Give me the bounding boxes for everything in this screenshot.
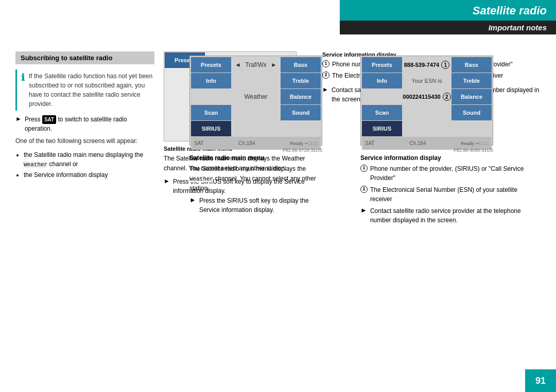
header: Satellite radio Important notes [340, 0, 556, 46]
s2-center-top: 888-539-7474 1 [403, 57, 451, 73]
header-subtitle: Important notes [340, 21, 556, 34]
s1-sound[interactable]: Sound [281, 105, 321, 120]
s2-esn-row: 000224115430 2 [403, 89, 451, 104]
s2-phone-row: 888-539-7474 1 [404, 61, 450, 69]
bullet-item-1: the Satellite radio main menu displaying… [24, 150, 154, 169]
press-text: Press SAT to switch to satellite radio o… [25, 115, 154, 133]
s2-your-esn: Your ESN is [403, 73, 451, 88]
s2-empty1 [362, 89, 402, 104]
s2-center-row5 [403, 121, 451, 136]
s1-center-row4 [232, 105, 280, 120]
s1-treble[interactable]: Treble [281, 73, 321, 88]
s2-bass[interactable]: Bass [451, 57, 492, 73]
s1-center-row5 [232, 121, 280, 136]
page-number: 91 [525, 369, 556, 392]
arrow-symbol: ► [15, 115, 22, 133]
r-circle-2: 2 [360, 186, 368, 193]
s1-empty2 [281, 121, 321, 136]
right-text-area: Service information display 1 Phone numb… [360, 154, 525, 225]
s2-ready-area: Ready ▪▪□□□ [461, 140, 489, 146]
s2-sound[interactable]: Sound [451, 105, 492, 120]
s2-ch: Ch.184 [409, 140, 426, 146]
right-arrow: ► [360, 206, 367, 225]
info-block: ℹ If the Satellite radio function has no… [15, 69, 154, 111]
mid-screen-label: Satellite radio main menu [189, 154, 322, 162]
s1-weather: Weather [232, 89, 280, 104]
s2-center-row4 [403, 105, 451, 120]
s1-traf: Traf/Wx [245, 61, 267, 68]
bullet-item-2: the Service information display [24, 170, 154, 180]
sat-badge: SAT [42, 115, 56, 124]
s2-phone: 888-539-7474 [404, 62, 440, 68]
mid-press-sirius: ► Press the SIRIUS soft key to display t… [189, 196, 322, 215]
s2-sat: SAT [365, 140, 375, 146]
radio-screen-2: Presets 888-539-7474 1 Bass Info Your ES… [360, 56, 493, 146]
s1-ready: Ready [290, 141, 303, 146]
s1-left-arrow: ◄ [235, 61, 241, 68]
s1-sat: SAT [194, 140, 204, 146]
right-list-1: 1 Phone number of the provider, (SIRIUS)… [360, 164, 525, 183]
info-icon: ℹ [21, 72, 25, 109]
mid-press-sirius-text: Press the SIRIUS soft key to display the… [199, 196, 322, 215]
s2-circle1: 1 [441, 61, 449, 69]
bullet-list: the Satellite radio main menu displaying… [24, 150, 154, 180]
s1-center-row2 [232, 73, 280, 88]
s1-info[interactable]: Info [191, 73, 231, 88]
s1-sirius[interactable]: SIRIUS [191, 121, 231, 136]
s2-ready: Ready [461, 141, 474, 146]
s1-bass[interactable]: Bass [281, 57, 321, 73]
press-instruction: ► Press SAT to switch to satellite radio… [15, 115, 154, 133]
s1-ch: Ch.184 [238, 140, 255, 146]
circle-1: 1 [322, 60, 329, 67]
s2-circle2: 2 [443, 93, 451, 101]
s1-presets[interactable]: Presets [191, 57, 231, 73]
appear-text: One of the two following screens will ap… [15, 136, 154, 146]
s2-treble[interactable]: Treble [451, 73, 492, 88]
radio-screen-1: Presets ◄ Traf/Wx ► Bass Info Treble Wea… [189, 56, 322, 146]
s1-empty1 [191, 89, 231, 104]
s1-center-row1: ◄ Traf/Wx ► [232, 57, 280, 73]
info-description: If the Satellite radio function has not … [29, 72, 154, 109]
s2-info[interactable]: Info [362, 73, 402, 88]
mid-text-area: Satellite radio main menu The Satellite … [189, 154, 322, 215]
mid-desc1: The Satellite radio main menu displays t… [189, 164, 322, 193]
right-list-2: 2 The Electronical Serial Number (ESN) o… [360, 185, 525, 204]
s1-part-code: P82.86-5720-31US [189, 148, 322, 153]
s2-presets[interactable]: Presets [362, 57, 402, 73]
s2-part-code: P82.86-4090-31US [360, 148, 493, 153]
right-contact-text: Contact satellite radio service provider… [370, 206, 525, 225]
s2-balance[interactable]: Balance [451, 89, 492, 104]
mid-arrow: ► [189, 196, 196, 215]
s1-scan[interactable]: Scan [191, 105, 231, 120]
left-column: Subscribing to satellite radio ℹ If the … [15, 51, 154, 366]
arrow-sym-3: ► [322, 86, 328, 104]
right-numbered-list: 1 Phone number of the provider, (SIRIUS)… [360, 164, 525, 204]
s2-dots: ▪▪□□□ [476, 140, 489, 146]
subscribe-title: Subscribing to satellite radio [15, 51, 154, 64]
s2-sirius[interactable]: SIRIUS [362, 121, 402, 136]
r-list-text-1: Phone number of the provider, (SIRIUS) o… [370, 164, 525, 183]
r-circle-1: 1 [360, 165, 368, 172]
s1-right-arrow: ► [271, 61, 277, 68]
s2-empty2 [451, 121, 492, 136]
s2-scan[interactable]: Scan [362, 105, 402, 120]
arrow-sym-2: ► [164, 177, 170, 195]
header-title: Satellite radio [340, 0, 556, 21]
right-screen-label: Service information display [360, 154, 525, 162]
s2-esn: 000224115430 [403, 94, 440, 100]
right-contact-row: ► Contact satellite radio service provid… [360, 206, 525, 225]
s1-dots: ▪▪□□□ [305, 140, 318, 146]
r-list-text-2: The Electronical Serial Number (ESN) of … [370, 185, 525, 204]
s1-ready-area: Ready ▪▪□□□ [290, 140, 318, 146]
circle-2: 2 [322, 72, 329, 79]
s1-balance[interactable]: Balance [281, 89, 321, 104]
